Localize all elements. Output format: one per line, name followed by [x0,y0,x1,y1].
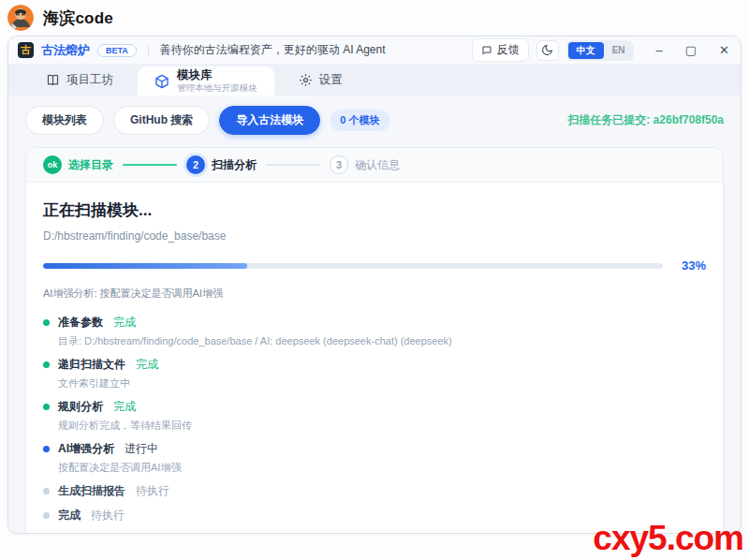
app-window: 古 古法熔炉 BETA 善待你的古法编程资产，更好的驱动 AI Agent 反馈 [7,36,742,534]
step-status: 进行中 [125,441,158,457]
tab-settings[interactable]: 设置 [274,64,367,96]
scan-hint: AI增强分析: 按配置决定是否调用AI增强 [43,287,706,301]
language-toggle[interactable]: 中文 EN [566,40,634,61]
progress-percent: 33% [676,258,706,273]
window-controls: – ▢ ✕ [656,44,729,56]
gear-icon [299,73,313,87]
step1-label: 选择目录 [68,157,113,173]
step-name: 递归扫描文件 [58,357,125,373]
scan-title: 正在扫描模块... [43,199,706,221]
step-detail: 目录: D:/hbstream/finding/code_base/base /… [58,334,706,348]
page: 海滨code 古 古法熔炉 BETA 善待你的古法编程资产，更好的驱动 AI A… [0,0,749,560]
step1-badge: ok [43,155,62,174]
step-status: 待执行 [136,483,169,499]
stepper-connector [266,164,320,166]
feedback-label: 反馈 [497,42,520,58]
tab-workshop-label: 项目工坊 [66,72,113,88]
lang-en-button[interactable]: EN [606,43,632,57]
scan-path: D:/hbstream/finding/code_base/base [43,229,706,243]
scan-step-rule-analysis: 规则分析 完成 规则分析完成，等待结果回传 [43,399,706,433]
step-detail: 文件索引建立中 [58,376,706,391]
status-dot [43,361,50,368]
status-dot [43,446,50,452]
scan-step-recursive-scan: 递归扫描文件 完成 文件索引建立中 [43,357,706,391]
tab-strip: 项目工坊 模块库 管理本地与开源模块 [8,64,741,96]
watermark: cxy5.com [593,519,743,558]
tab-module-library-label: 模块库 [177,68,257,83]
tab-module-library-subtitle: 管理本地与开源模块 [177,82,257,94]
scan-card-body: 正在扫描模块... D:/hbstream/finding/code_base/… [26,183,723,534]
scan-step-ai-enhance: AI增强分析 进行中 按配置决定是否调用AI增强 [43,441,706,475]
moon-icon [541,44,553,56]
beta-badge: BETA [97,44,137,57]
tab-settings-label: 设置 [319,72,343,88]
scan-step-generate-report: 生成扫描报告 待执行 [43,483,706,499]
lang-zh-button[interactable]: 中文 [568,42,604,59]
step-name: 规则分析 [58,399,103,415]
github-search-button[interactable]: GitHub 搜索 [113,106,210,135]
status-dot [43,488,50,494]
step3-label: 确认信息 [355,157,400,173]
scan-card: ok 选择目录 2 扫描分析 3 确认信息 正在扫 [25,147,724,534]
progress-bar [43,263,663,269]
stepper: ok 选择目录 2 扫描分析 3 确认信息 [26,148,723,183]
page-title: 海滨code [43,7,113,29]
scan-submitted-status: 扫描任务已提交: a26bf708f50a [567,112,724,128]
step2-badge: 2 [186,155,205,174]
status-dot [43,404,50,410]
step3-badge: 3 [330,155,348,174]
status-dot [43,319,50,326]
content: 模块列表 GitHub 搜索 导入古法模块 0 个模块 扫描任务已提交: a26… [8,96,741,534]
dark-mode-toggle[interactable] [536,40,559,61]
top-header: 海滨code [0,0,749,36]
package-icon [154,74,169,89]
subnav: 模块列表 GitHub 搜索 导入古法模块 0 个模块 扫描任务已提交: a26… [25,106,724,135]
scan-steps-list: 准备参数 完成 目录: D:/hbstream/finding/code_bas… [43,315,706,523]
step-detail: 规则分析完成，等待结果回传 [58,419,706,433]
module-count-badge: 0 个模块 [330,110,389,131]
progress-row: 33% [43,258,706,273]
step-detail: 按配置决定是否调用AI增强 [58,461,706,475]
tab-module-library[interactable]: 模块库 管理本地与开源模块 [138,66,274,96]
stepper-step-scan-analysis: 2 扫描分析 [186,155,257,174]
stepper-connector [123,164,177,166]
app-logo-icon: 古 [18,42,34,58]
step-name: 完成 [58,508,81,523]
step-status: 完成 [113,399,136,415]
divider [148,44,149,56]
close-button[interactable]: ✕ [719,44,729,56]
step-status: 完成 [113,315,136,331]
module-list-button[interactable]: 模块列表 [25,106,104,135]
app-name: 古法熔炉 [41,42,90,59]
step2-label: 扫描分析 [212,157,257,173]
step-status: 完成 [136,357,158,373]
stepper-step-confirm-info: 3 确认信息 [330,155,400,174]
stepper-step-select-dir: ok 选择目录 [43,155,113,174]
avatar [7,5,34,31]
tab-workshop[interactable]: 项目工坊 [22,64,138,96]
app-tagline: 善待你的古法编程资产，更好的驱动 AI Agent [160,42,386,58]
step-name: 准备参数 [58,315,103,331]
status-dot [43,512,50,519]
step-status: 待执行 [91,508,125,523]
feedback-button[interactable]: 反馈 [472,38,529,62]
titlebar: 古 古法熔炉 BETA 善待你的古法编程资产，更好的驱动 AI Agent 反馈 [8,37,741,64]
step-name: AI增强分析 [58,441,114,457]
book-icon [46,73,60,87]
minimize-button[interactable]: – [656,44,663,56]
maximize-button[interactable]: ▢ [685,44,697,56]
chat-bubble-icon [481,45,492,56]
import-module-button[interactable]: 导入古法模块 [219,106,320,135]
scan-step-prepare-params: 准备参数 完成 目录: D:/hbstream/finding/code_bas… [43,315,706,348]
step-name: 生成扫描报告 [58,483,125,499]
progress-fill [43,263,247,269]
